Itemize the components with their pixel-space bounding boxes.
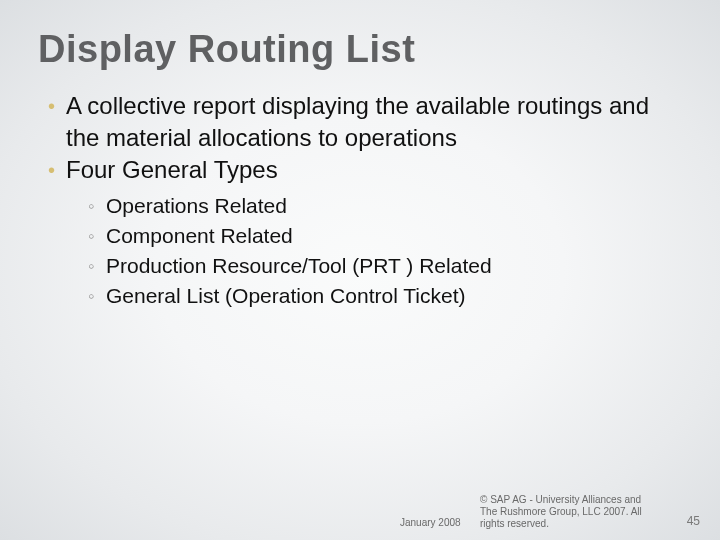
- bullet-icon: •: [48, 154, 66, 186]
- sub-bullet-text: Component Related: [106, 222, 293, 250]
- bullet-item: • Four General Types: [48, 154, 680, 186]
- sub-bullet-icon: ◦: [88, 192, 106, 220]
- sub-bullet-icon: ◦: [88, 252, 106, 280]
- bullet-text: A collective report displaying the avail…: [66, 90, 680, 154]
- sub-bullet-item: ◦ Production Resource/Tool (PRT ) Relate…: [88, 252, 680, 280]
- sub-bullet-text: Production Resource/Tool (PRT ) Related: [106, 252, 492, 280]
- sub-bullet-text: General List (Operation Control Ticket): [106, 282, 465, 310]
- footer-date: January 2008: [400, 517, 461, 528]
- sub-bullet-item: ◦ General List (Operation Control Ticket…: [88, 282, 680, 310]
- sub-bullet-item: ◦ Component Related: [88, 222, 680, 250]
- sub-bullet-list: ◦ Operations Related ◦ Component Related…: [88, 192, 680, 310]
- slide: Display Routing List • A collective repo…: [0, 0, 720, 540]
- sub-bullet-icon: ◦: [88, 282, 106, 310]
- sub-bullet-icon: ◦: [88, 222, 106, 250]
- sub-bullet-item: ◦ Operations Related: [88, 192, 680, 220]
- bullet-icon: •: [48, 90, 66, 122]
- bullet-text: Four General Types: [66, 154, 278, 186]
- footer-copyright: © SAP AG - University Alliances and The …: [480, 494, 660, 530]
- slide-content: • A collective report displaying the ava…: [48, 90, 680, 312]
- slide-title: Display Routing List: [38, 28, 415, 71]
- footer-page-number: 45: [687, 514, 700, 528]
- bullet-item: • A collective report displaying the ava…: [48, 90, 680, 154]
- sub-bullet-text: Operations Related: [106, 192, 287, 220]
